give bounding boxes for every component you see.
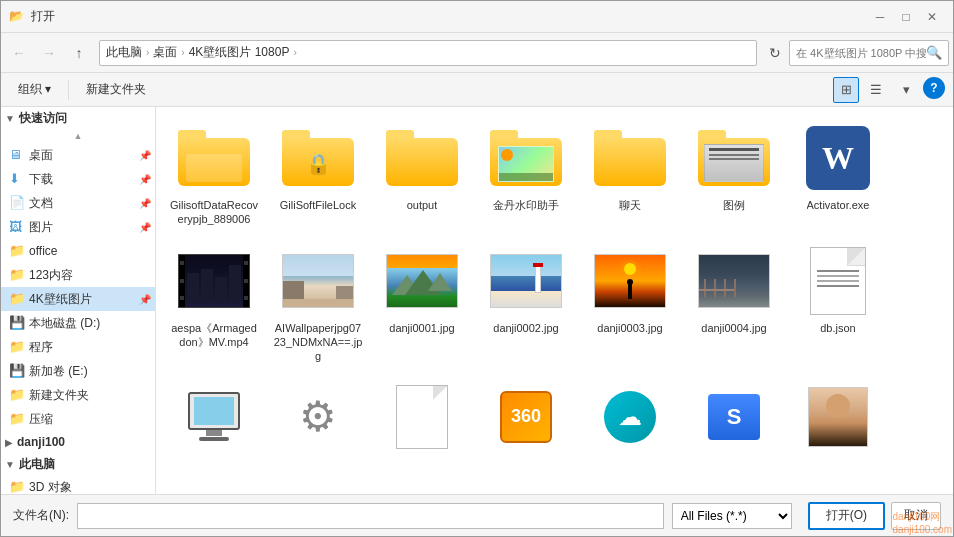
file-item-legend[interactable]: 图例 — [684, 115, 784, 234]
sidebar-item-office-label: office — [29, 244, 57, 258]
file-open-dialog: 📂 打开 ─ □ ✕ ← → ↑ 此电脑 › 桌面 › 4K壁纸图片 1080P… — [0, 0, 954, 537]
file-item-danji0004[interactable]: danji0004.jpg — [684, 238, 784, 370]
sidebar-item-local-d[interactable]: 💾 本地磁盘 (D:) — [1, 311, 155, 335]
file-item-doc2[interactable] — [372, 374, 472, 464]
sidebar-section-danji100[interactable]: ▶ danji100 — [1, 431, 155, 453]
sidebar-item-desktop[interactable]: 🖥 桌面 📌 — [1, 143, 155, 167]
cancel-button[interactable]: 取消 — [891, 502, 941, 530]
filetype-select[interactable]: All Files (*.*) — [672, 503, 792, 529]
filename-input[interactable] — [77, 503, 664, 529]
file-item-360zip[interactable]: 360 — [476, 374, 576, 464]
sidebar-item-new-vol-e[interactable]: 💾 新加卷 (E:) — [1, 359, 155, 383]
crumb-sep-1: › — [146, 47, 149, 58]
file-item-aespa[interactable]: aespa《Armageddon》MV.mp4 — [164, 238, 264, 370]
file-thumb-legend — [698, 122, 770, 194]
file-item-danji0002[interactable]: danji0002.jpg — [476, 238, 576, 370]
address-toolbar: ← → ↑ 此电脑 › 桌面 › 4K壁纸图片 1080P › ↻ 🔍 — [1, 33, 953, 73]
maximize-button[interactable]: □ — [893, 4, 919, 30]
crumb-desktop: 桌面 — [153, 44, 177, 61]
close-button[interactable]: ✕ — [919, 4, 945, 30]
back-button[interactable]: ← — [5, 39, 33, 67]
file-item-output[interactable]: output — [372, 115, 472, 234]
file-name-aespa: aespa《Armageddon》MV.mp4 — [169, 321, 259, 350]
organize-button[interactable]: 组织 ▾ — [9, 77, 60, 103]
sidebar-item-3d[interactable]: 📁 3D 对象 — [1, 475, 155, 494]
refresh-button[interactable]: ↻ — [763, 41, 787, 65]
sidebar-item-documents-label: 文档 — [29, 195, 53, 212]
bottom-bar: 文件名(N): All Files (*.*) 打开(O) 取消 — [1, 494, 953, 536]
file-item-chat[interactable]: 聊天 — [580, 115, 680, 234]
sidebar-item-compress[interactable]: 📁 压缩 — [1, 407, 155, 431]
sidebar-item-programs-label: 程序 — [29, 339, 53, 356]
view-controls: ⊞ ☰ ▾ ? — [833, 77, 945, 103]
sidebar-item-local-d-label: 本地磁盘 (D:) — [29, 315, 100, 332]
file-item-watermark[interactable]: 金丹水印助手 — [476, 115, 576, 234]
file-thumb-watermark — [490, 122, 562, 194]
file-item-ai-wallpaper[interactable]: AIWallpaperjpg0723_NDMxNA==.jpg — [268, 238, 368, 370]
bottom-buttons: 打开(O) 取消 — [808, 502, 941, 530]
file-item-monitor[interactable] — [164, 374, 264, 464]
search-bar[interactable]: 🔍 — [789, 40, 949, 66]
sidebar-item-new-vol-e-label: 新加卷 (E:) — [29, 363, 88, 380]
danji-chevron: ▶ — [5, 437, 13, 448]
sidebar-item-downloads[interactable]: ⬇ 下载 📌 — [1, 167, 155, 191]
sidebar-item-3d-label: 3D 对象 — [29, 479, 72, 495]
file-thumb-danji0002 — [490, 245, 562, 317]
sidebar-item-office[interactable]: 📁 office — [1, 239, 155, 263]
file-item-danji0003[interactable]: danji0003.jpg — [580, 238, 680, 370]
breadcrumb: 此电脑 › 桌面 › 4K壁纸图片 1080P › — [106, 44, 297, 61]
file-thumb-portrait — [802, 381, 874, 453]
sidebar-item-new-folder[interactable]: 📁 新建文件夹 — [1, 383, 155, 407]
sidebar-item-123[interactable]: 📁 123内容 — [1, 263, 155, 287]
address-bar[interactable]: 此电脑 › 桌面 › 4K壁纸图片 1080P › — [99, 40, 757, 66]
file-thumb-chat — [594, 122, 666, 194]
sidebar-item-documents[interactable]: 📄 文档 📌 — [1, 191, 155, 215]
view-medium-icons-button[interactable]: ⊞ — [833, 77, 859, 103]
file-name-chat: 聊天 — [619, 198, 641, 212]
file-item-gilisoft-lock[interactable]: 🔒 GiliSoftFileLock — [268, 115, 368, 234]
pin-icon-4k: 📌 — [139, 294, 151, 305]
view-dropdown-button[interactable]: ▾ — [893, 77, 919, 103]
file-item-cloud[interactable]: ☁ — [580, 374, 680, 464]
sidebar-item-new-folder-label: 新建文件夹 — [29, 387, 89, 404]
sidebar-item-pictures-label: 图片 — [29, 219, 53, 236]
sidebar-section-this-pc[interactable]: ▼ 此电脑 — [1, 453, 155, 475]
file-item-dbjson[interactable]: db.json — [788, 238, 888, 370]
folder-icon-new: 📁 — [9, 387, 25, 403]
sidebar-item-4k[interactable]: 📁 4K壁纸图片 📌 — [1, 287, 155, 311]
sidebar-scroll-up[interactable]: ▲ — [1, 129, 155, 143]
file-item-activator[interactable]: W Activator.exe — [788, 115, 888, 234]
thispc-label: 此电脑 — [19, 456, 55, 473]
folder-icon-compress: 📁 — [9, 411, 25, 427]
pin-icon: 📌 — [139, 150, 151, 161]
crumb-sep-2: › — [181, 47, 184, 58]
window-controls: ─ □ ✕ — [867, 4, 945, 30]
file-item-sfolder[interactable]: S — [684, 374, 784, 464]
sidebar-section-quick[interactable]: ▼ 快速访问 — [1, 107, 155, 129]
file-name-output: output — [407, 198, 438, 212]
disk-icon-e: 💾 — [9, 363, 25, 379]
file-thumb-360zip: 360 — [490, 381, 562, 453]
file-item-gilisoft-recovery[interactable]: GilisoftDataRecoverypjb_889006 — [164, 115, 264, 234]
main-area: ▼ 快速访问 ▲ 🖥 桌面 📌 ⬇ 下载 📌 📄 文档 📌 — [1, 107, 953, 494]
title-text: 打开 — [31, 8, 867, 25]
sidebar-item-pictures[interactable]: 🖼 图片 📌 — [1, 215, 155, 239]
minimize-button[interactable]: ─ — [867, 4, 893, 30]
folder-icon-4k: 📁 — [9, 291, 25, 307]
up-button[interactable]: ↑ — [65, 39, 93, 67]
file-item-danji0001[interactable]: danji0001.jpg — [372, 238, 472, 370]
file-thumb-gear: ⚙ — [282, 381, 354, 453]
search-input[interactable] — [796, 47, 926, 59]
file-item-portrait[interactable] — [788, 374, 888, 464]
forward-button[interactable]: → — [35, 39, 63, 67]
new-folder-button[interactable]: 新建文件夹 — [77, 77, 155, 103]
action-toolbar: 组织 ▾ 新建文件夹 ⊞ ☰ ▾ ? — [1, 73, 953, 107]
help-button[interactable]: ? — [923, 77, 945, 99]
view-list-button[interactable]: ☰ — [863, 77, 889, 103]
file-item-gear[interactable]: ⚙ — [268, 374, 368, 464]
file-name-activator: Activator.exe — [807, 198, 870, 212]
quick-chevron: ▼ — [5, 113, 15, 124]
crumb-sep-3: › — [293, 47, 296, 58]
open-button[interactable]: 打开(O) — [808, 502, 885, 530]
sidebar-item-programs[interactable]: 📁 程序 — [1, 335, 155, 359]
